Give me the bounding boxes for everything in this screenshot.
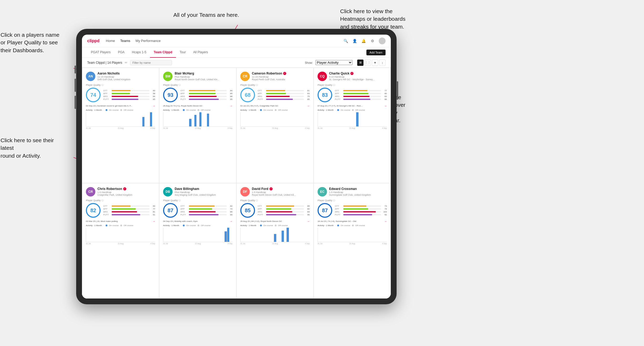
add-team-button[interactable]: Add Team xyxy=(366,50,386,55)
chart-labels: 31 Jul21 Aug4 Sep xyxy=(240,243,310,244)
nav-my-performance[interactable]: My Performance xyxy=(136,38,160,44)
quality-section: 87 OTT 73 APP 79 ARG 103 PUTT xyxy=(318,203,387,218)
stat-row-ott: OTT 89 xyxy=(258,205,310,207)
player-card-7[interactable]: EC Edward Crossman 1-5 Handicap Sunningd… xyxy=(314,183,391,299)
settings-icon[interactable]: ⚙ xyxy=(370,38,375,44)
player-name[interactable]: Aaron Nicholls xyxy=(97,72,155,75)
quality-circle[interactable]: 87 xyxy=(318,203,332,218)
subnav: PGAT Players PGA Hcaps 1-5 Team Clippd T… xyxy=(82,47,391,58)
player-name[interactable]: Charlie Quick ✓ xyxy=(329,72,387,75)
tab-tour[interactable]: Tour xyxy=(176,47,189,58)
stat-row-putt: PUTT 86 xyxy=(335,98,387,100)
stat-row-ott: OTT 82 xyxy=(180,205,232,207)
last-round: 02 Sep 23 | Sundown round to get back in… xyxy=(86,104,155,107)
player-name[interactable]: Chris Robertson ✓ xyxy=(97,187,155,191)
quality-circle[interactable]: 93 xyxy=(163,88,178,102)
on-course-dot xyxy=(337,225,339,226)
last-round: 26 Aug 23 | 84 (+12), Royal North Devon … xyxy=(240,220,310,223)
player-info: Edward Crossman 1-5 Handicap Sunningdale… xyxy=(329,187,387,196)
nav-home[interactable]: Home xyxy=(106,38,115,44)
stat-row-arg: ARG 83 xyxy=(335,95,387,98)
chart-bars xyxy=(241,112,310,126)
player-name[interactable]: David Ford ✓ xyxy=(252,187,310,191)
stat-row-arg: ARG 85 xyxy=(180,211,232,213)
chart-labels: 31 Jul21 Aug4 Sep xyxy=(163,127,232,129)
edit-icon[interactable]: ✏ xyxy=(125,61,127,65)
player-card-6[interactable]: DF David Ford ✓ 1-5 Handicap Royal North… xyxy=(236,183,314,299)
tab-pgat[interactable]: PGAT Players xyxy=(87,47,114,58)
activity-header: Activity · 1 Month · On course Off cours… xyxy=(318,224,387,227)
activity-section: Activity · 1 Month · On course Off cours… xyxy=(240,109,310,179)
quality-circle[interactable]: 87 xyxy=(163,203,178,218)
last-round: 26 Aug 23 73 (+1), Royal North Devon GC … xyxy=(163,104,232,107)
annotation-latest-round: Click here to see their latestround or A… xyxy=(1,136,64,159)
activity-section: Activity · 1 Month · On course Off cours… xyxy=(240,224,310,295)
on-course-dot xyxy=(337,109,339,111)
chart-labels: 31 Jul21 Aug4 Sep xyxy=(318,127,387,129)
player-avatar: CQ xyxy=(318,72,327,81)
quality-circle[interactable]: 85 xyxy=(240,203,255,218)
bell-icon[interactable]: 🔔 xyxy=(361,38,366,44)
last-round-arrow[interactable]: → xyxy=(384,220,387,223)
stat-row-arg: ARG 88 xyxy=(180,95,232,98)
player-avatar: DB xyxy=(163,187,173,196)
last-round-arrow[interactable]: → xyxy=(384,104,387,107)
player-name[interactable]: Cameron Robertson ✓ xyxy=(252,72,310,75)
off-course-dot xyxy=(198,109,199,111)
stat-row-putt: PUTT 91 xyxy=(103,214,155,216)
player-header: CQ Charlie Quick ✓ 6-10 Handicap St. Geo… xyxy=(318,72,387,81)
player-card-1[interactable]: BM Blair McHarg Plus Handicap Royal Nort… xyxy=(159,68,236,183)
last-round-arrow[interactable]: → xyxy=(307,104,310,107)
last-round-arrow[interactable]: → xyxy=(153,104,155,107)
tab-pga[interactable]: PGA xyxy=(114,47,128,58)
tab-hcaps[interactable]: Hcaps 1-5 xyxy=(128,47,150,58)
filter-icon[interactable]: ▼ xyxy=(372,60,378,66)
last-round: 18 Jul 23 | 74 (+4), Sunningdale GC - Ol… xyxy=(318,220,387,223)
quality-circle[interactable]: 82 xyxy=(86,203,101,218)
sort-icon[interactable]: ↕ xyxy=(379,60,386,66)
stat-row-arg: ARG 81 xyxy=(103,211,155,213)
quality-circle[interactable]: 68 xyxy=(240,88,255,102)
quality-stats: OTT 61 APP 63 ARG 75 PUTT 85 xyxy=(258,89,310,100)
player-header: DB Dave Billingham Plus Handicap Soq Mag… xyxy=(163,187,232,196)
player-card-2[interactable]: CR Cameron Robertson ✓ 11-15 Handicap Ro… xyxy=(236,68,314,183)
player-card-4[interactable]: CR Chris Robertson ✓ 1-5 Handicap Craigm… xyxy=(82,183,159,299)
activity-header: Activity · 1 Month · On course Off cours… xyxy=(240,224,310,227)
player-name[interactable]: Blair McHarg xyxy=(175,72,232,75)
stat-row-ott: OTT 60 xyxy=(103,89,155,92)
player-header: DF David Ford ✓ 1-5 Handicap Royal North… xyxy=(240,187,310,196)
activity-header: Activity · 1 Month · On course Off cours… xyxy=(163,109,232,111)
last-round-arrow[interactable]: → xyxy=(307,220,310,223)
last-round-text: 03 Mar 23 | 19, Must make putting xyxy=(86,220,152,222)
tab-team-clippd[interactable]: Team Clippd xyxy=(150,47,176,58)
player-card-0[interactable]: AN Aaron Nicholls 11-15 Handicap Drift G… xyxy=(82,68,159,183)
profile-icon[interactable]: 👤 xyxy=(352,38,357,44)
player-info: Chris Robertson ✓ 1-5 Handicap Craigmill… xyxy=(97,187,155,196)
subnav-tabs: PGAT Players PGA Hcaps 1-5 Team Clippd T… xyxy=(87,47,366,58)
quality-circle[interactable]: 83 xyxy=(318,88,332,102)
player-handicap: 11-15 Handicap xyxy=(252,76,310,78)
verified-badge: ✓ xyxy=(269,187,273,190)
show-select[interactable]: Player Activity Quality Score Trend xyxy=(315,60,352,65)
last-round-arrow[interactable]: → xyxy=(153,220,155,223)
brand-logo[interactable]: clippd xyxy=(87,39,100,43)
grid-large-icon[interactable]: ⊞ xyxy=(357,60,363,66)
player-card-3[interactable]: CQ Charlie Quick ✓ 6-10 Handicap St. Geo… xyxy=(314,68,391,183)
player-name[interactable]: Dave Billingham xyxy=(175,187,232,191)
stat-row-ott: OTT 73 xyxy=(335,205,387,207)
quality-stats: OTT 60 APP 77 ARG 81 PUTT 91 xyxy=(103,205,155,216)
last-round-arrow[interactable]: → xyxy=(230,220,232,223)
last-round-text: 18 Jul 23 | 74 (+4), Sunningdale GC - Ol… xyxy=(318,220,383,222)
search-icon[interactable]: 🔍 xyxy=(343,38,348,44)
last-round-arrow[interactable]: → xyxy=(230,104,232,107)
stat-row-arg: ARG 83 xyxy=(258,211,310,213)
tab-all-players[interactable]: All Players xyxy=(189,47,212,58)
avatar[interactable] xyxy=(379,38,386,44)
player-club: Sunningdale Golf Club, United Kingdom xyxy=(329,194,387,196)
player-name[interactable]: Edward Crossman xyxy=(329,187,387,191)
grid-small-icon[interactable]: ⋮⋮ xyxy=(365,60,371,66)
quality-circle[interactable]: 74 xyxy=(86,88,101,102)
player-card-5[interactable]: DB Dave Billingham Plus Handicap Soq Mag… xyxy=(159,183,236,299)
search-input[interactable] xyxy=(130,60,172,65)
nav-teams[interactable]: Teams xyxy=(120,38,130,44)
